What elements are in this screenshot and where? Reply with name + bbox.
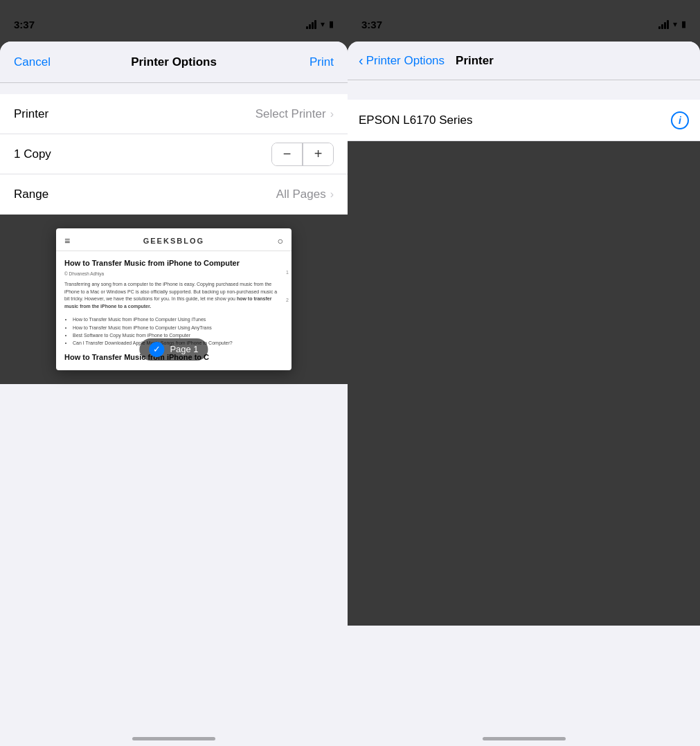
printer-row[interactable]: Printer Select Printer › [0, 94, 348, 134]
info-icon-label: i [679, 115, 681, 126]
range-chevron-icon: › [330, 188, 334, 201]
printer-name: EPSON L6170 Series [359, 113, 671, 127]
info-button[interactable]: i [671, 111, 689, 129]
signal-icon [306, 20, 316, 29]
left-sheet: Cancel Printer Options Print Printer Sel… [0, 42, 348, 746]
right-signal-icon [658, 20, 669, 29]
copies-label: 1 Copy [14, 147, 271, 161]
page-badge: ✓ Page 1 [139, 338, 208, 361]
right-status-icons: ▾ ▮ [658, 19, 686, 29]
page-number-2: 2 [286, 298, 289, 302]
printer-item[interactable]: EPSON L6170 Series i [348, 100, 700, 141]
left-status-bar: 3:37 ▾ ▮ [0, 0, 348, 42]
copies-minus-button[interactable]: − [272, 143, 303, 165]
left-status-time: 3:37 [14, 19, 35, 30]
copies-row: 1 Copy − + [0, 134, 348, 174]
list-item: How to Transfer Music from iPhone to Com… [73, 324, 283, 331]
back-chevron-icon: ‹ [359, 53, 364, 67]
article-title: How to Transfer Music from iPhone to Com… [64, 258, 283, 269]
range-label: Range [14, 188, 276, 201]
printer-chevron-icon: › [330, 108, 334, 120]
menu-icon: ≡ [64, 235, 70, 246]
copies-stepper: − + [271, 143, 334, 166]
right-panel: 3:37 ▾ ▮ ‹ Printer Options Printer EPSON… [348, 0, 700, 746]
back-label: Printer Options [366, 54, 445, 68]
right-status-bar: 3:37 ▾ ▮ [348, 0, 700, 42]
left-nav-title: Printer Options [131, 55, 217, 69]
search-icon: ○ [278, 235, 283, 246]
right-battery-icon: ▮ [681, 19, 686, 29]
back-button[interactable]: ‹ Printer Options [359, 54, 445, 68]
right-nav-bar: ‹ Printer Options Printer [348, 42, 700, 80]
page-number-1: 1 [286, 270, 289, 275]
range-value: All Pages [276, 188, 326, 201]
left-panel: 3:37 ▾ ▮ Cancel Printer Options Print Pr… [0, 0, 348, 746]
right-sheet: ‹ Printer Options Printer EPSON L6170 Se… [348, 42, 700, 746]
left-nav-bar: Cancel Printer Options Print [0, 42, 348, 83]
right-preview-area [348, 141, 700, 626]
right-home-indicator [483, 737, 566, 740]
article-body: Transferring any song from a computer to… [64, 281, 283, 310]
preview-page[interactable]: ≡ GEEKSBLOG ○ How to Transfer Music from… [56, 228, 291, 370]
battery-icon: ▮ [329, 19, 334, 29]
preview-area: ≡ GEEKSBLOG ○ How to Transfer Music from… [0, 215, 348, 384]
print-button[interactable]: Print [309, 55, 334, 69]
page-badge-text: Page 1 [170, 344, 198, 354]
page-check-icon: ✓ [149, 342, 164, 357]
range-row[interactable]: Range All Pages › [0, 174, 348, 215]
right-wifi-icon: ▾ [673, 19, 677, 29]
article-author: © Dhvanesh Adhiya [64, 271, 283, 277]
cancel-button[interactable]: Cancel [14, 55, 51, 69]
right-status-time: 3:37 [361, 19, 382, 30]
printer-label: Printer [14, 107, 255, 121]
copies-plus-button[interactable]: + [303, 143, 333, 165]
list-item: How to Transfer Music from iPhone to Com… [73, 316, 283, 323]
site-name: GEEKSBLOG [143, 237, 204, 245]
printer-value: Select Printer [255, 107, 326, 121]
wifi-icon: ▾ [321, 19, 325, 29]
left-home-indicator [132, 737, 215, 740]
page-header: ≡ GEEKSBLOG ○ [56, 228, 291, 251]
right-nav-title: Printer [456, 54, 494, 68]
left-status-icons: ▾ ▮ [306, 19, 334, 29]
